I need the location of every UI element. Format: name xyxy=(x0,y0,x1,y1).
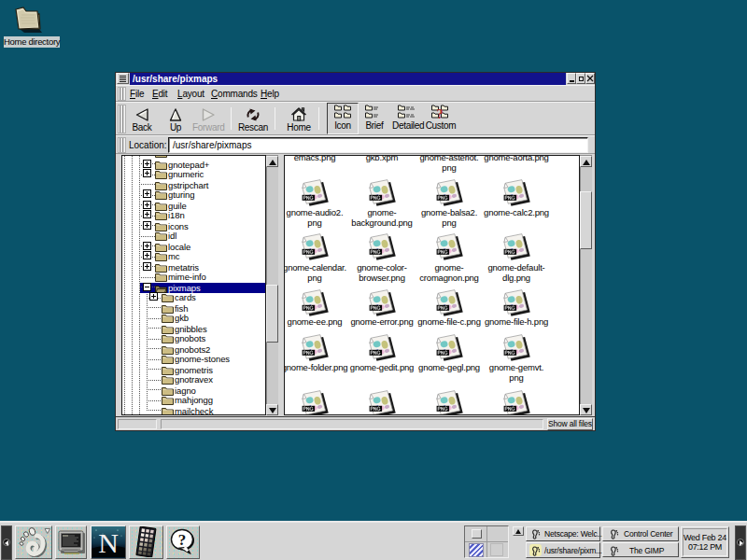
svg-text:?: ? xyxy=(437,107,444,121)
svg-text:N: N xyxy=(98,527,119,557)
svg-text:?: ? xyxy=(178,531,187,549)
